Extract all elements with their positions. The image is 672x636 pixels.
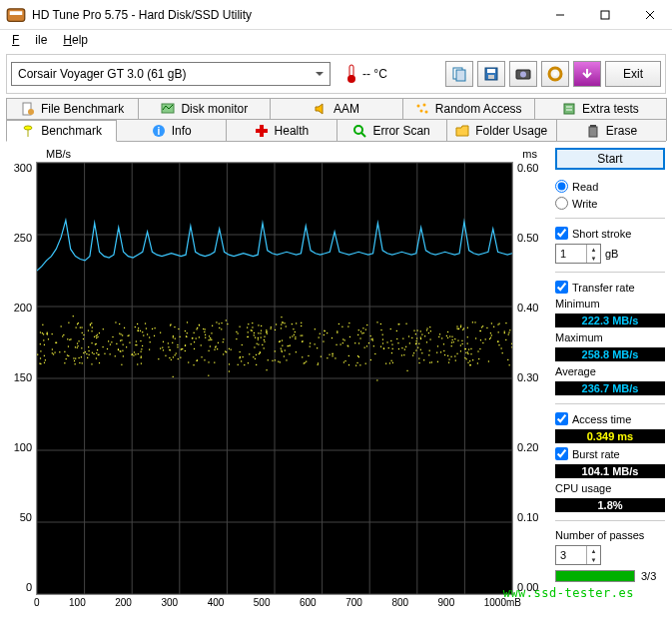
erase-icon	[586, 124, 600, 138]
copy-info-button[interactable]	[445, 61, 473, 87]
chart-area: MB/sms 300250200150100500 0.600.500.400.…	[6, 148, 547, 608]
tab-health[interactable]: Health	[226, 119, 336, 141]
svg-rect-11	[487, 69, 495, 73]
aam-icon	[314, 102, 328, 116]
extra-tests-icon	[562, 102, 576, 116]
access-time-check[interactable]: Access time	[555, 412, 665, 425]
svg-point-21	[422, 104, 425, 107]
y-axis-left: 300250200150100500	[6, 162, 36, 593]
y-right-label: ms	[522, 148, 537, 160]
svg-text:i: i	[157, 126, 160, 137]
write-radio[interactable]: Write	[555, 197, 665, 210]
side-panel: Start Read Write Short stroke 1▲▼ gB Tra…	[555, 148, 665, 608]
options-button[interactable]	[541, 61, 569, 87]
titlebar: HD Tune Pro 5.75 - Hard Disk/SSD Utility	[0, 0, 672, 30]
svg-rect-36	[590, 125, 596, 127]
info-icon: i	[152, 124, 166, 138]
svg-point-18	[28, 109, 34, 115]
tab-disk-monitor[interactable]: Disk monitor	[138, 98, 271, 120]
svg-rect-12	[488, 75, 494, 79]
svg-point-23	[424, 111, 427, 114]
tab-extra-tests[interactable]: Extra tests	[534, 98, 667, 120]
cpu-usage-value: 1.8%	[555, 498, 665, 512]
benchmark-chart	[36, 162, 513, 595]
tab-benchmark[interactable]: Benchmark	[6, 120, 117, 142]
svg-point-7	[347, 75, 355, 83]
device-select[interactable]: Corsair Voyager GT 3.0 (61 gB)	[11, 62, 331, 86]
tab-folder-usage[interactable]: Folder Usage	[446, 119, 557, 141]
burst-rate-check[interactable]: Burst rate	[555, 447, 665, 460]
tab-erase[interactable]: Erase	[556, 119, 667, 141]
tab-row-top: File Benchmark Disk monitor AAM Random A…	[6, 98, 666, 120]
short-stroke-input[interactable]: 1▲▼	[555, 244, 601, 264]
minimum-value: 222.3 MB/s	[555, 314, 665, 327]
short-stroke-check[interactable]: Short stroke	[555, 227, 665, 240]
gb-label: gB	[605, 248, 618, 260]
y-left-label: MB/s	[46, 148, 71, 160]
svg-point-22	[419, 110, 422, 113]
svg-rect-9	[456, 70, 465, 81]
toolbar: Corsair Voyager GT 3.0 (61 gB) -- °C Exi…	[6, 54, 666, 94]
screenshot-button[interactable]	[509, 61, 537, 87]
health-icon	[255, 124, 269, 138]
maximize-button[interactable]	[582, 0, 627, 29]
error-scan-icon	[352, 124, 366, 138]
svg-point-33	[354, 126, 362, 134]
svg-point-16	[553, 72, 557, 76]
tab-file-benchmark[interactable]: File Benchmark	[6, 98, 139, 120]
start-button[interactable]: Start	[555, 148, 665, 170]
read-radio[interactable]: Read	[555, 180, 665, 193]
minimize-button[interactable]	[537, 0, 582, 29]
access-time-value: 0.349 ms	[555, 429, 665, 443]
tab-random-access[interactable]: Random Access	[402, 98, 535, 120]
exit-button[interactable]: Exit	[605, 61, 661, 87]
app-icon	[6, 5, 26, 25]
disk-monitor-icon	[161, 102, 175, 116]
file-benchmark-icon	[21, 102, 35, 116]
svg-rect-32	[256, 129, 268, 133]
window-title: HD Tune Pro 5.75 - Hard Disk/SSD Utility	[32, 8, 537, 22]
svg-line-34	[361, 133, 365, 137]
save-button[interactable]	[477, 61, 505, 87]
maximum-value: 258.8 MB/s	[555, 347, 665, 361]
average-value: 236.7 MB/s	[555, 381, 665, 395]
menu-help[interactable]: Help	[55, 31, 96, 49]
thermometer-icon	[344, 64, 358, 84]
transfer-rate-check[interactable]: Transfer rate	[555, 281, 665, 294]
svg-rect-24	[564, 104, 574, 114]
tab-aam[interactable]: AAM	[270, 98, 402, 120]
progress-bar: 3/3	[555, 569, 665, 583]
tab-info[interactable]: iInfo	[116, 119, 227, 141]
down-button[interactable]	[573, 61, 601, 87]
random-access-icon	[415, 102, 429, 116]
svg-rect-1	[10, 11, 23, 15]
passes-input[interactable]: 3▲▼	[555, 545, 601, 565]
minimum-label: Minimum	[555, 298, 665, 310]
menubar: File Help	[0, 30, 672, 50]
svg-point-14	[520, 72, 526, 78]
passes-label: Number of passes	[555, 529, 665, 541]
benchmark-icon	[21, 124, 35, 138]
tab-error-scan[interactable]: Error Scan	[336, 119, 447, 141]
svg-point-27	[24, 126, 32, 130]
x-axis: 01002003004005006007008009001000mB	[6, 595, 547, 608]
folder-usage-icon	[455, 124, 469, 138]
y-axis-right: 0.600.500.400.300.200.100.00	[513, 162, 543, 593]
tab-row-bottom: Benchmark iInfo Health Error Scan Folder…	[6, 119, 666, 142]
temperature-display: -- °C	[344, 64, 387, 84]
svg-rect-3	[601, 11, 609, 19]
svg-rect-35	[589, 127, 597, 137]
burst-rate-value: 104.1 MB/s	[555, 464, 665, 478]
cpu-usage-label: CPU usage	[555, 482, 665, 494]
maximum-label: Maximum	[555, 331, 665, 343]
close-button[interactable]	[627, 0, 672, 29]
menu-file[interactable]: File	[4, 31, 55, 49]
average-label: Average	[555, 365, 665, 377]
svg-point-20	[416, 105, 419, 108]
